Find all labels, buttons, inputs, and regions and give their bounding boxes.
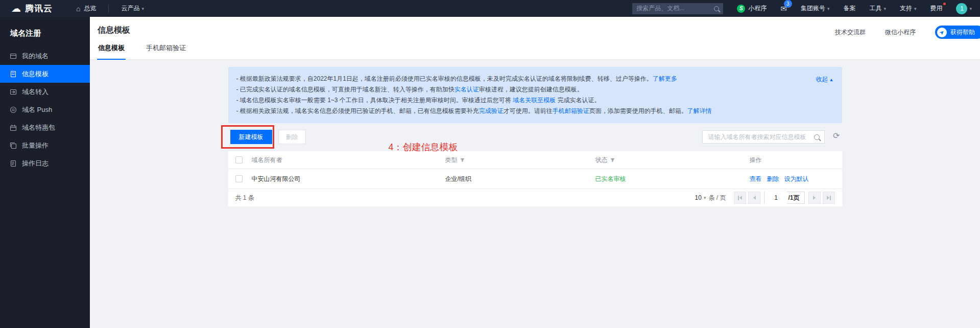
prev-page-button[interactable] [748, 192, 760, 204]
refresh-icon[interactable]: ⟳ [833, 132, 840, 140]
topbar-overview[interactable]: ⌂ 总览 [76, 4, 96, 13]
notice-text: 完成实名认证。 [556, 97, 600, 104]
tab-info-template[interactable]: 信息模板 [97, 43, 126, 60]
chevron-down-icon: ▾ [704, 195, 706, 200]
sidebar-item-label: 操作日志 [22, 159, 49, 168]
batch-icon [10, 142, 17, 149]
tab-phone-email-verify[interactable]: 手机邮箱验证 [145, 43, 187, 60]
topbar-divider [108, 5, 109, 13]
topbar-group-account[interactable]: 集团账号 ▾ [801, 4, 830, 13]
topbar-account[interactable]: 1 ▾ [956, 3, 972, 14]
sidebar-item-label: 域名 Push [22, 105, 52, 114]
topbar-search-input[interactable]: 搜索产品、文档... [632, 3, 723, 14]
sidebar-item-info-template[interactable]: 信息模板 [0, 65, 90, 83]
page-number-input[interactable] [764, 192, 787, 204]
chevron-down-icon: ▾ [969, 6, 972, 11]
get-help-label: 获得帮助 [950, 28, 975, 37]
delete-button[interactable]: 删除 [278, 130, 306, 144]
row-action-link[interactable]: 设为默认 [784, 175, 809, 183]
row-checkbox[interactable] [235, 175, 243, 182]
tab-bar: 信息模板 手机邮箱验证 [97, 43, 187, 60]
sidebar-item-label: 域名特惠包 [22, 123, 55, 132]
search-icon[interactable] [814, 134, 820, 140]
support-label: 支持 [900, 4, 912, 13]
page-header: 信息模板 技术交流群 微信小程序 ➤ 获得帮助 信息模板 手机邮箱验证 [90, 17, 980, 60]
notice-text: 审核进程，建议您提前创建信息模板。 [479, 86, 583, 93]
collapse-label: 收起 [816, 76, 828, 83]
triangle-left-icon [739, 196, 742, 200]
wechat-mini-link[interactable]: 微信小程序 [885, 28, 916, 37]
table-footer: 共 1 条 10 ▾ 条 / 页 /1页 [228, 189, 842, 206]
topbar-beian[interactable]: 备案 [843, 4, 855, 13]
notice-banner: - 根据最新政策法规要求，自2022年1月1日起，域名注册前必须使用已实名审核的… [228, 67, 842, 123]
page-jump-group: /1页 [764, 192, 804, 204]
sidebar-item-label: 域名转入 [22, 87, 49, 97]
tencent-cloud-logo[interactable]: ☁ 腾讯云 [11, 3, 53, 14]
notice-link[interactable]: 域名关联至模板 [513, 97, 556, 104]
toolbar: 新建模板 删除 4：创建信息模板 ⟳ [228, 130, 842, 151]
transfer-in-icon [10, 88, 17, 96]
overview-label: 总览 [84, 4, 96, 13]
notice-lines: - 根据最新政策法规要求，自2022年1月1日起，域名注册前必须使用已实名审核的… [236, 74, 793, 116]
billing-label: 费用 [930, 4, 942, 13]
mini-program-icon: S [737, 5, 745, 13]
chevron-up-icon: ▲ [829, 77, 834, 82]
owner-search-input[interactable] [707, 133, 811, 141]
notice-line: - 根据相关政策法规，域名实名信息必须使用已验证的手机、邮箱，已有信息模板需要补… [236, 106, 793, 116]
get-help-button[interactable]: ➤ 获得帮助 [935, 26, 980, 39]
package-icon [10, 124, 17, 131]
beian-label: 备案 [843, 4, 855, 13]
brand-name: 腾讯云 [25, 3, 53, 14]
last-page-button[interactable] [823, 192, 835, 204]
topbar-products-menu[interactable]: 云产品 ▾ [121, 4, 144, 13]
first-page-button[interactable] [734, 192, 746, 204]
create-template-button[interactable]: 新建模板 [230, 130, 272, 144]
sidebar-item-transfer-in[interactable]: 域名转入 [0, 83, 90, 101]
sidebar-item-my-domains[interactable]: 我的域名 [0, 47, 90, 65]
notice-link[interactable]: 了解详情 [687, 107, 712, 114]
notice-line: - 已完成实名认证的域名信息模板，可直接用于域名新注、转入等操作，有助加快实名认… [236, 84, 793, 95]
page-header-links: 技术交流群 微信小程序 ➤ 获得帮助 [835, 26, 973, 39]
filter-funnel-icon[interactable] [610, 158, 615, 162]
owner-cell: 中安山河有限公司 [228, 175, 445, 183]
topbar-messages[interactable]: ✉ 3 [780, 5, 787, 12]
tools-label: 工具 [869, 4, 881, 13]
chevron-down-icon: ▾ [883, 6, 886, 11]
select-all-checkbox[interactable] [235, 156, 243, 163]
row-action-link[interactable]: 删除 [767, 175, 779, 183]
notice-line: - 域名信息模板实名审核一般需要 1~3 个工作日，具体取决于相关注册局审核时间… [236, 95, 793, 106]
table-row: 中安山河有限公司企业/组织已实名审核查看删除设为默认 [228, 169, 842, 189]
next-page-button[interactable] [808, 192, 821, 204]
collapse-link[interactable]: 收起▲ [816, 74, 834, 85]
topbar-support[interactable]: 支持 ▾ [900, 4, 917, 13]
topbar-tools[interactable]: 工具 ▾ [869, 4, 886, 13]
pager-buttons: /1页 [734, 192, 834, 204]
push-icon [10, 106, 17, 113]
sidebar-item-push[interactable]: 域名 Push [0, 101, 90, 119]
notice-link[interactable]: 手机邮箱验证 [553, 107, 589, 114]
sidebar-item-logs[interactable]: 操作日志 [0, 154, 90, 172]
template-table: 域名所有者类型状态操作 中安山河有限公司企业/组织已实名审核查看删除设为默认 共… [228, 151, 842, 206]
topbar-right: 搜索产品、文档... S 小程序 ✉ 3 集团账号 ▾ 备案 工具 ▾ 支持 ▾… [632, 3, 972, 14]
topbar-billing[interactable]: 费用 [930, 4, 942, 13]
column-label: 操作 [750, 156, 762, 165]
main-area: 信息模板 技术交流群 微信小程序 ➤ 获得帮助 信息模板 手机邮箱验证 - 根据… [90, 17, 980, 328]
owner-name: 中安山河有限公司 [252, 175, 301, 183]
sidebar-title: 域名注册 [0, 17, 90, 47]
notice-link[interactable]: 了解更多 [653, 75, 677, 82]
notice-link[interactable]: 完成验证 [479, 107, 504, 114]
page-size-select[interactable]: 10 ▾ [695, 194, 706, 201]
page-size-value: 10 [695, 194, 702, 201]
notice-text: - 域名信息模板实名审核一般需要 1~3 个工作日，具体取决于相关注册局审核时间… [236, 97, 513, 104]
filter-funnel-icon[interactable] [460, 158, 465, 162]
topbar-mini-program[interactable]: S 小程序 [737, 4, 767, 13]
status-cell: 已实名审核 [595, 175, 750, 183]
row-action-link[interactable]: 查看 [750, 175, 762, 183]
notice-link[interactable]: 实名认证 [455, 86, 479, 93]
sidebar-item-batch[interactable]: 批量操作 [0, 136, 90, 154]
sidebar-item-package[interactable]: 域名特惠包 [0, 119, 90, 136]
sidebar-menu: 我的域名信息模板域名转入域名 Push域名特惠包批量操作操作日志 [0, 47, 90, 172]
my-domains-icon [10, 53, 17, 60]
notification-dot [943, 3, 946, 5]
tech-group-link[interactable]: 技术交流群 [835, 28, 866, 37]
